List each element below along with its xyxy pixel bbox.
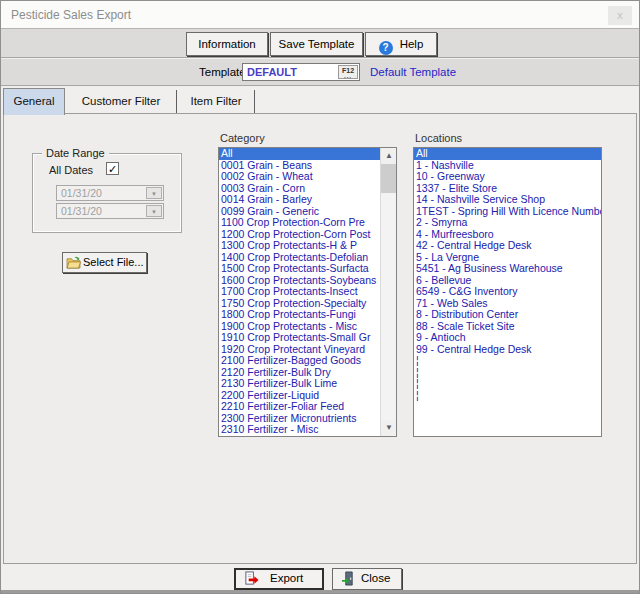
general-tab-page: Date Range All Dates ✓ 01/31/20 ▼ 01/31/… (3, 113, 637, 564)
category-label: Category (220, 132, 265, 144)
scroll-down-icon[interactable]: ▼ (381, 420, 397, 436)
chevron-down-icon: ▼ (147, 188, 161, 200)
titlebar: Pesticide Sales Export x (1, 1, 639, 28)
template-value: DEFAULT (247, 66, 297, 78)
locations-listbox[interactable]: All1 - Nashville10 - Greenway1337 - Elit… (413, 147, 602, 437)
list-item[interactable]: 42 - Central Hedge Desk (414, 240, 601, 252)
list-item[interactable]: 1400 Crop Protectants-Defolian (219, 252, 380, 264)
exit-door-icon (341, 571, 356, 586)
start-date-combobox[interactable]: 01/31/20 ▼ (56, 185, 164, 201)
close-button[interactable]: Close (332, 568, 402, 590)
list-item[interactable]: 14 - Nashville Service Shop (414, 194, 601, 206)
list-item[interactable]: 2100 Fertilizer-Bagged Goods (219, 355, 380, 367)
list-item[interactable]: 2130 Fertilizer-Bulk Lime (219, 378, 380, 390)
start-date-dropdown-button[interactable]: ▼ (146, 187, 162, 199)
list-item[interactable]: All (414, 148, 601, 160)
list-item[interactable]: 2 - Smyrna (414, 217, 601, 229)
lookup-dots: ... (339, 75, 357, 78)
default-template-link[interactable]: Default Template (370, 66, 456, 78)
list-item[interactable]: 1750 Crop Protection-Specialty (219, 298, 380, 310)
list-item[interactable]: ¦ (414, 390, 601, 402)
list-item[interactable]: 9 - Antioch (414, 332, 601, 344)
list-item[interactable]: 2300 Fertilizer Micronutrients (219, 413, 380, 425)
chevron-down-icon: ▼ (147, 206, 161, 218)
folder-icon (66, 256, 81, 269)
template-label: Template (199, 66, 246, 78)
category-listbox[interactable]: All0001 Grain - Beans0002 Grain - Wheat0… (218, 147, 397, 437)
list-item[interactable]: 1500 Crop Protectants-Surfacta (219, 263, 380, 275)
list-item[interactable]: 0002 Grain - Wheat (219, 171, 380, 183)
list-item[interactable]: ¦ (414, 367, 601, 379)
list-item[interactable]: ¦ (414, 355, 601, 367)
list-item[interactable]: 0003 Grain - Corn (219, 183, 380, 195)
list-item[interactable]: 1TEST - Spring Hill With Licence Number (414, 206, 601, 218)
tab-customer-filter[interactable]: Customer Filter (66, 90, 177, 114)
end-date-value: 01/31/20 (61, 205, 102, 217)
list-item[interactable]: All (219, 148, 380, 160)
end-date-combobox[interactable]: 01/31/20 ▼ (56, 203, 164, 219)
window-bottom-edge (1, 590, 639, 593)
all-dates-label: All Dates (49, 164, 93, 176)
template-input[interactable]: DEFAULT F12... (242, 63, 360, 81)
list-item[interactable]: 1700 Crop Protectants-Insect (219, 286, 380, 298)
window-title: Pesticide Sales Export (11, 8, 131, 22)
scrollbar-thumb[interactable] (381, 164, 397, 193)
list-item[interactable]: 6 - Bellevue (414, 275, 601, 287)
list-item[interactable]: 1200 Crop Protection-Corn Post (219, 229, 380, 241)
export-button[interactable]: Export (234, 568, 324, 590)
list-item[interactable]: 1900 Crop Protectants - Misc (219, 321, 380, 333)
start-date-value: 01/31/20 (61, 187, 102, 199)
list-item[interactable]: 8 - Distribution Center (414, 309, 601, 321)
list-item[interactable]: 4 - Murfreesboro (414, 229, 601, 241)
toolbar: Information Save Template ?Help (1, 28, 639, 58)
list-item[interactable]: 2310 Fertilizer - Misc (219, 424, 380, 436)
list-item[interactable]: 1600 Crop Protectants-Soybeans (219, 275, 380, 287)
question-mark-icon: ? (379, 41, 393, 55)
select-file-label: Select File... (83, 256, 144, 268)
window-close-icon[interactable]: x (608, 6, 632, 25)
list-item[interactable]: 0099 Grain - Generic (219, 206, 380, 218)
list-item[interactable]: 88 - Scale Ticket Site (414, 321, 601, 333)
list-item[interactable]: 6549 - C&G Inventory (414, 286, 601, 298)
all-dates-checkbox[interactable]: ✓ (106, 162, 119, 175)
list-item[interactable]: 1800 Crop Protectants-Fungi (219, 309, 380, 321)
list-item[interactable]: 2120 Fertilizer-Bulk Dry (219, 367, 380, 379)
list-item[interactable]: ¦ (414, 378, 601, 390)
list-item[interactable]: 1 - Nashville (414, 160, 601, 172)
end-date-dropdown-button[interactable]: ▼ (146, 205, 162, 217)
list-item[interactable]: 1100 Crop Protection-Corn Pre (219, 217, 380, 229)
help-button-label: Help (400, 38, 424, 50)
date-range-title: Date Range (42, 147, 109, 159)
list-item[interactable]: 1910 Crop Protectants-Small Gr (219, 332, 380, 344)
list-item[interactable]: 1920 Crop Protectant Vineyard (219, 344, 380, 356)
tabstrip: General Customer Filter Item Filter (1, 87, 639, 114)
export-button-label: Export (270, 572, 303, 584)
save-template-button[interactable]: Save Template (270, 32, 363, 56)
list-item[interactable]: 99 - Central Hedge Desk (414, 344, 601, 356)
list-item[interactable]: 1337 - Elite Store (414, 183, 601, 195)
date-range-group: Date Range All Dates ✓ 01/31/20 ▼ 01/31/… (32, 153, 182, 233)
locations-label: Locations (415, 132, 462, 144)
select-file-button[interactable]: Select File... (62, 252, 147, 273)
close-button-label: Close (361, 572, 390, 584)
list-item[interactable]: 71 - Web Sales (414, 298, 601, 310)
tab-general[interactable]: General (3, 88, 65, 115)
list-item[interactable]: 5451 - Ag Business Warehouse (414, 263, 601, 275)
information-button[interactable]: Information (186, 32, 268, 56)
export-icon (244, 571, 259, 586)
list-item[interactable]: 1300 Crop Protectants-H & P (219, 240, 380, 252)
list-item[interactable]: 0014 Grain - Barley (219, 194, 380, 206)
list-item[interactable]: 2210 Fertilizer-Foliar Feed (219, 401, 380, 413)
tab-item-filter[interactable]: Item Filter (178, 90, 255, 114)
pesticide-sales-export-dialog: Pesticide Sales Export x Information Sav… (0, 0, 640, 594)
list-item[interactable]: 10 - Greenway (414, 171, 601, 183)
f12-lookup-button[interactable]: F12... (338, 65, 358, 79)
list-item[interactable]: 0001 Grain - Beans (219, 160, 380, 172)
list-item[interactable]: 2200 Fertilizer-Liquid (219, 390, 380, 402)
template-bar: Template DEFAULT F12... Default Template (1, 59, 639, 86)
help-button[interactable]: ?Help (365, 32, 437, 56)
scroll-up-icon[interactable]: ▲ (381, 148, 397, 164)
category-scrollbar[interactable]: ▲ ▼ (380, 148, 396, 436)
list-item[interactable]: 5 - La Vergne (414, 252, 601, 264)
